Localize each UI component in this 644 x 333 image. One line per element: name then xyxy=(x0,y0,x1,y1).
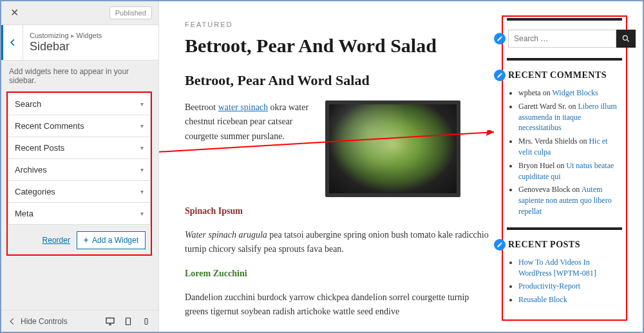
collapse-icon xyxy=(8,317,17,326)
edit-widget-icon[interactable] xyxy=(494,33,506,44)
post-link[interactable]: Productivity-Report xyxy=(518,281,580,290)
comment-item: Genoveva Block on Autem sapiente non aut… xyxy=(518,184,622,216)
widget-title: RECENT COMMENTS xyxy=(508,70,607,81)
comment-item: Mrs. Verda Shields on Hic et velit culpa xyxy=(518,136,622,158)
heading-spinach: Spinach Ipsum xyxy=(185,206,495,216)
chevron-left-icon xyxy=(8,38,17,47)
published-badge: Published xyxy=(109,6,152,19)
chevron-down-icon: ▾ xyxy=(140,144,144,151)
panel-hint: Add widgets here to appear in your sideb… xyxy=(1,61,158,91)
comment-item: Bryon Huel on Ut natus beatae cupiditate… xyxy=(518,160,622,182)
device-tablet-button[interactable] xyxy=(122,316,134,327)
svg-rect-1 xyxy=(126,318,131,325)
post-title: Betroot, Pear And Word Salad xyxy=(185,35,495,57)
widget-item-recent-comments[interactable]: Recent Comments▾ xyxy=(8,115,151,137)
post-item: Reusable Block xyxy=(518,294,622,305)
breadcrumb: Customizing▸Widgets xyxy=(30,32,102,40)
close-customizer-button[interactable]: ✕ xyxy=(8,6,21,19)
pencil-icon xyxy=(497,72,503,79)
edit-widget-icon[interactable] xyxy=(494,70,506,81)
svg-point-3 xyxy=(623,35,627,40)
post-subtitle: Betroot, Pear And Word Salad xyxy=(185,72,495,89)
chevron-down-icon: ▾ xyxy=(140,100,144,108)
search-input[interactable] xyxy=(508,30,616,48)
paragraph-lorem: Dandelion zucchini burdock yarrow chickp… xyxy=(185,290,495,319)
widget-item-label: Search xyxy=(15,99,41,109)
widget-item-meta[interactable]: Meta▾ xyxy=(8,203,151,225)
widget-item-archives[interactable]: Archives▾ xyxy=(8,159,151,181)
back-button[interactable] xyxy=(1,25,23,60)
comment-post-link[interactable]: Widget Blocks xyxy=(552,88,598,97)
pencil-icon xyxy=(497,242,503,248)
reorder-link[interactable]: Reorder xyxy=(43,236,70,245)
widget-list-annotation-box: Search▾Recent Comments▾Recent Posts▾Arch… xyxy=(6,91,152,256)
pencil-icon xyxy=(497,35,503,42)
widget-item-label: Archives xyxy=(15,165,47,175)
widget-search xyxy=(507,18,622,48)
chevron-down-icon: ▾ xyxy=(140,188,144,195)
site-preview: FEATURED Betroot, Pear And Word Salad Be… xyxy=(159,1,643,332)
paragraph-spinach: Water spinach arugula pea tatsoi aubergi… xyxy=(185,228,495,257)
panel-title: Sidebar xyxy=(30,40,102,53)
search-button[interactable] xyxy=(616,30,636,48)
intro-paragraph: Beetroot water spinach okra water chestn… xyxy=(185,100,314,197)
hide-controls-button[interactable]: Hide Controls xyxy=(8,317,68,326)
heading-lorem: Lorem Zucchini xyxy=(185,269,495,279)
widget-item-label: Recent Comments xyxy=(15,121,84,131)
sidebar-annotation-box: RECENT COMMENTS wpbeta on Widget BlocksG… xyxy=(502,15,627,321)
mobile-icon xyxy=(142,317,150,326)
customizer-panel: ✕ Published Customizing▸Widgets Sidebar … xyxy=(1,1,159,332)
edit-widget-icon[interactable] xyxy=(494,239,506,251)
widget-recent-posts: RECENT POSTS How To Add Videos In WordPr… xyxy=(507,227,622,305)
post-link[interactable]: Reusable Block xyxy=(518,295,567,304)
widget-item-label: Categories xyxy=(15,187,55,196)
device-desktop-button[interactable] xyxy=(104,316,116,327)
widget-item-label: Meta xyxy=(15,209,33,218)
tablet-icon xyxy=(124,317,133,326)
post-item: Productivity-Report xyxy=(518,281,622,292)
widget-title: RECENT POSTS xyxy=(508,240,580,250)
chevron-down-icon: ▾ xyxy=(140,210,144,217)
post-item: How To Add Videos In WordPress [WPTM-081… xyxy=(518,257,622,279)
chevron-down-icon: ▾ xyxy=(140,166,144,173)
water-spinach-link[interactable]: water spinach xyxy=(218,102,268,112)
post-link[interactable]: How To Add Videos In WordPress [WPTM-081… xyxy=(518,258,596,278)
svg-rect-0 xyxy=(106,318,114,323)
widget-recent-comments: RECENT COMMENTS wpbeta on Widget BlocksG… xyxy=(507,58,622,217)
search-icon xyxy=(621,34,630,43)
chevron-down-icon: ▾ xyxy=(140,122,144,129)
device-mobile-button[interactable] xyxy=(140,316,152,327)
salad-image xyxy=(325,100,460,197)
widget-item-categories[interactable]: Categories▾ xyxy=(8,181,151,203)
add-widget-button[interactable]: + Add a Widget xyxy=(77,231,146,249)
comment-item: wpbeta on Widget Blocks xyxy=(518,88,622,99)
widget-item-search[interactable]: Search▾ xyxy=(8,93,151,115)
plus-icon: + xyxy=(84,236,88,245)
svg-rect-2 xyxy=(145,318,147,324)
desktop-icon xyxy=(105,316,115,327)
featured-label: FEATURED xyxy=(185,21,495,28)
comment-item: Garett Ward Sr. on Libero illum assumend… xyxy=(518,101,622,133)
widget-item-recent-posts[interactable]: Recent Posts▾ xyxy=(8,137,151,159)
widget-item-label: Recent Posts xyxy=(15,143,64,153)
